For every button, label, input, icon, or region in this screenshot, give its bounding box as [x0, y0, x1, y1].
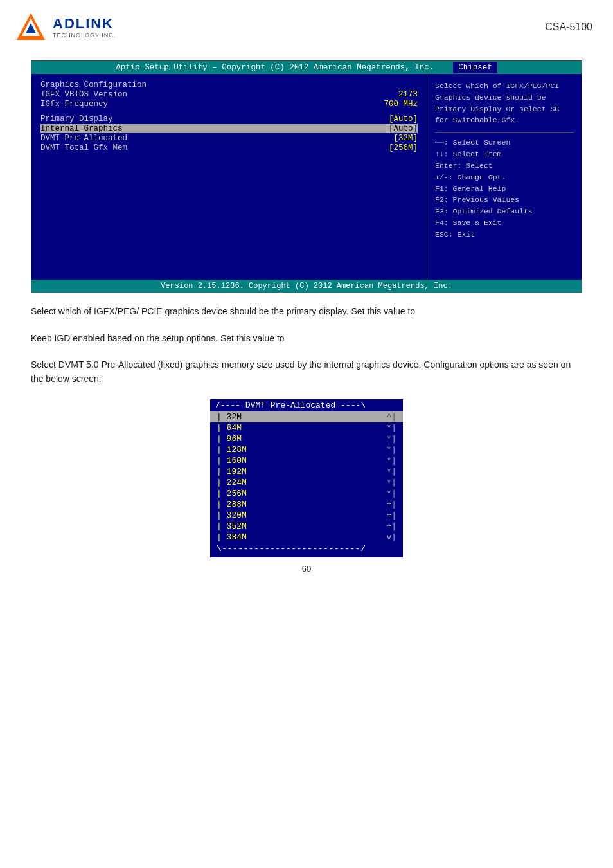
adlink-logo-icon [15, 12, 46, 42]
dvmt-row-64m[interactable]: | 64M *| [210, 422, 403, 433]
dvmt-label-256m: | 256M [217, 489, 247, 498]
bios-left-panel: Graphics Configuration IGFX VBIOS Versio… [31, 74, 427, 280]
dvmt-row-352m[interactable]: | 352M +| [210, 521, 403, 532]
dvmt-table-wrap: /---- DVMT Pre-Allocated ----\ | 32M ^| … [0, 399, 613, 557]
dvmt-marker-32m: ^| [386, 412, 396, 422]
dvmt-marker-128m: *| [386, 445, 396, 455]
dvmt-row-288m[interactable]: | 288M +| [210, 499, 403, 510]
dvmt-marker-192m: *| [386, 467, 396, 476]
dvmt-label-192m: | 192M [217, 467, 247, 476]
dvmt-marker-288m: +| [386, 500, 396, 509]
dvmt-label-224m: | 224M [217, 478, 247, 487]
bios-item-primary-display[interactable]: Primary Display [Auto] [40, 114, 418, 123]
bios-right-panel: Select which of IGFX/PEG/PCI Graphics de… [427, 74, 582, 280]
logo-area: ADLINK TECHNOLOGY INC. [15, 12, 116, 42]
dvmt-table-title: /---- DVMT Pre-Allocated ----\ [210, 399, 403, 411]
bios-title-bar: Aptio Setup Utility – Copyright (C) 2012… [31, 61, 582, 74]
bios-key-help: ←→: Select Screen ↑↓: Select Item Enter:… [435, 137, 574, 240]
dvmt-table: /---- DVMT Pre-Allocated ----\ | 32M ^| … [210, 399, 403, 557]
bios-help-divider [435, 132, 574, 133]
page-header: ADLINK TECHNOLOGY INC. CSA-5100 [0, 0, 613, 49]
bios-context-help: Select which of IGFX/PEG/PCI Graphics de… [435, 80, 574, 126]
dvmt-label-96m: | 96M [217, 434, 242, 444]
product-title: CSA-5100 [545, 21, 592, 33]
bios-item-igfx-vbios: IGFX VBIOS Version 2173 [40, 90, 418, 99]
dvmt-row-384m[interactable]: | 384M v| [210, 532, 403, 543]
dvmt-marker-384m: v| [386, 532, 396, 542]
dvmt-marker-256m: *| [386, 489, 396, 498]
dvmt-label-64m: | 64M [217, 423, 242, 433]
bios-item-graphics-config: Graphics Configuration [40, 80, 418, 89]
dvmt-label-384m: | 384M [217, 532, 247, 542]
dvmt-desc-text: Select DVMT 5.0 Pre-Allocated (fixed) gr… [31, 358, 582, 386]
internal-graphics-text: Keep IGD enabled based on the setup opti… [31, 332, 582, 346]
dvmt-row-96m[interactable]: | 96M *| [210, 433, 403, 444]
bios-footer: Version 2.15.1236. Copyright (C) 2012 Am… [31, 280, 582, 293]
dvmt-label-288m: | 288M [217, 500, 247, 509]
dvmt-row-160m[interactable]: | 160M *| [210, 455, 403, 466]
dvmt-marker-224m: *| [386, 478, 396, 487]
dvmt-marker-160m: *| [386, 456, 396, 466]
bios-body: Graphics Configuration IGFX VBIOS Versio… [31, 74, 582, 280]
dvmt-marker-96m: *| [386, 434, 396, 444]
dvmt-marker-320m: +| [386, 511, 396, 520]
dvmt-marker-64m: *| [386, 423, 396, 433]
primary-display-text: Select which of IGFX/PEG/ PCIE graphics … [31, 305, 582, 319]
bios-screen: Aptio Setup Utility – Copyright (C) 2012… [31, 60, 582, 293]
dvmt-label-320m: | 320M [217, 511, 247, 520]
dvmt-row-32m[interactable]: | 32M ^| [210, 411, 403, 422]
dvmt-row-128m[interactable]: | 128M *| [210, 444, 403, 455]
dvmt-row-192m[interactable]: | 192M *| [210, 466, 403, 477]
page-number: 60 [0, 564, 613, 574]
dvmt-label-128m: | 128M [217, 445, 247, 455]
logo-adlink-label: ADLINK [53, 15, 116, 32]
dvmt-label-352m: | 352M [217, 521, 247, 531]
dvmt-row-224m[interactable]: | 224M *| [210, 477, 403, 488]
dvmt-table-bottom: \--------------------------/ [210, 543, 403, 555]
dvmt-row-320m[interactable]: | 320M +| [210, 510, 403, 521]
bios-item-dvmt-pre[interactable]: DVMT Pre-Allocated [32M] [40, 134, 418, 143]
bios-item-igfx-freq: IGfx Frequency 700 MHz [40, 100, 418, 109]
logo-text: ADLINK TECHNOLOGY INC. [53, 15, 116, 39]
logo-sub-label: TECHNOLOGY INC. [53, 32, 116, 39]
primary-display-section: Select which of IGFX/PEG/ PCIE graphics … [0, 305, 613, 319]
dvmt-label-32m: | 32M [217, 412, 242, 422]
dvmt-marker-352m: +| [386, 521, 396, 531]
bios-item-dvmt-total[interactable]: DVMT Total Gfx Mem [256M] [40, 143, 418, 152]
bios-item-internal-graphics[interactable]: Internal Graphics [Auto] [40, 124, 418, 133]
dvmt-section: Select DVMT 5.0 Pre-Allocated (fixed) gr… [0, 358, 613, 386]
dvmt-label-160m: | 160M [217, 456, 247, 466]
internal-graphics-section: Keep IGD enabled based on the setup opti… [0, 332, 613, 346]
dvmt-row-256m[interactable]: | 256M *| [210, 488, 403, 499]
